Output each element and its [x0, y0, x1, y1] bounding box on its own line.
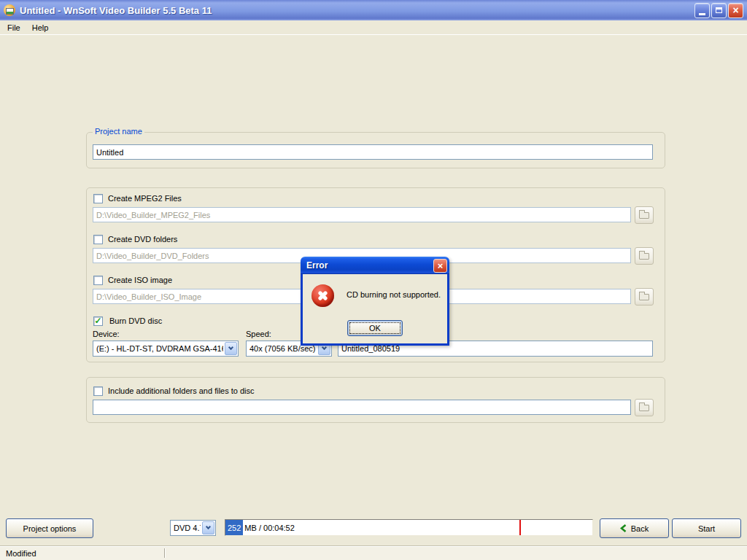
app-window: Untitled - WnSoft Video Builder 5.5 Beta… — [0, 0, 747, 560]
error-icon — [311, 284, 334, 307]
minimize-icon — [699, 13, 705, 15]
close-icon: × — [732, 5, 738, 15]
device-value: (E:) - HL-DT-ST, DVDRAM GSA-4160E — [96, 344, 223, 353]
folder-icon — [639, 294, 649, 300]
close-button[interactable]: × — [728, 3, 743, 18]
restore-button[interactable] — [711, 3, 727, 18]
burn-dvd-label: Burn DVD disc — [109, 316, 162, 325]
mpeg2-path-input — [93, 207, 631, 222]
error-dialog: Error × CD burning not supported. OK — [301, 257, 449, 346]
back-button[interactable]: Back — [600, 518, 669, 538]
start-button[interactable]: Start — [672, 518, 741, 538]
media-dropdown-button[interactable] — [202, 521, 214, 534]
title-bar: Untitled - WnSoft Video Builder 5.5 Beta… — [0, 0, 747, 20]
error-message: CD burning not supported. — [347, 290, 441, 299]
additional-files-checkbox[interactable] — [93, 386, 103, 396]
menu-bar: File Help — [0, 20, 747, 35]
create-dvd-folders-label: Create DVD folders — [108, 235, 177, 244]
dvd-folders-browse-button[interactable] — [635, 247, 654, 265]
chevron-down-icon — [206, 524, 211, 529]
device-dropdown-button[interactable] — [225, 342, 237, 355]
menu-help[interactable]: Help — [26, 22, 55, 34]
media-type-select[interactable]: DVD 4.7 — [170, 520, 216, 536]
project-name-group-label: Project name — [93, 127, 144, 136]
burn-dvd-checkbox[interactable]: ✓ — [93, 316, 103, 326]
project-options-label: Project options — [23, 524, 77, 533]
close-icon: × — [438, 261, 444, 271]
disc-usage-used: 252 — [225, 520, 243, 535]
window-controls: × — [693, 3, 743, 18]
create-iso-checkbox[interactable] — [93, 276, 103, 285]
project-name-input[interactable] — [93, 144, 653, 160]
status-text: Modified — [0, 549, 36, 558]
error-dialog-title: Error — [306, 260, 328, 271]
status-divider — [164, 548, 165, 558]
restore-icon — [716, 7, 722, 13]
iso-browse-button[interactable] — [635, 288, 654, 306]
window-title: Untitled - WnSoft Video Builder 5.5 Beta… — [20, 5, 212, 16]
status-bar: Modified — [0, 545, 747, 560]
error-dialog-titlebar: Error × — [301, 257, 449, 274]
back-arrow-icon — [620, 524, 627, 532]
back-label: Back — [631, 524, 649, 533]
checkmark-icon: ✓ — [94, 316, 101, 325]
menu-file[interactable]: File — [1, 22, 26, 34]
chevron-down-icon — [228, 345, 233, 350]
device-label: Device: — [93, 330, 120, 338]
folder-icon — [639, 405, 649, 411]
error-dialog-close-button[interactable]: × — [433, 259, 447, 273]
ok-button[interactable]: OK — [347, 320, 403, 336]
additional-files-label: Include additional folders and files to … — [108, 386, 255, 395]
start-label: Start — [698, 524, 715, 533]
folder-icon — [639, 253, 649, 260]
device-select[interactable]: (E:) - HL-DT-ST, DVDRAM GSA-4160E — [93, 341, 239, 357]
media-type-value: DVD 4.7 — [174, 524, 201, 532]
disc-capacity-marker — [519, 520, 521, 535]
additional-files-browse-button[interactable] — [635, 399, 654, 416]
minimize-button[interactable] — [694, 3, 710, 18]
create-mpeg2-checkbox[interactable] — [93, 194, 103, 203]
project-options-button[interactable]: Project options — [6, 518, 93, 538]
create-mpeg2-label: Create MPEG2 Files — [108, 194, 182, 203]
disc-usage-text: MB / 00:04:52 — [243, 520, 295, 535]
folder-icon — [639, 212, 649, 219]
app-icon — [4, 4, 15, 16]
ok-label: OK — [369, 324, 381, 332]
speed-label: Speed: — [246, 330, 271, 338]
error-dialog-body: CD burning not supported. OK — [301, 274, 449, 346]
mpeg2-browse-button[interactable] — [635, 206, 654, 224]
create-dvd-folders-checkbox[interactable] — [93, 235, 103, 244]
create-iso-label: Create ISO image — [108, 276, 172, 284]
chevron-down-icon — [322, 345, 327, 350]
additional-files-input[interactable] — [93, 400, 631, 415]
disc-usage-bar: 252 MB / 00:04:52 — [225, 519, 593, 536]
